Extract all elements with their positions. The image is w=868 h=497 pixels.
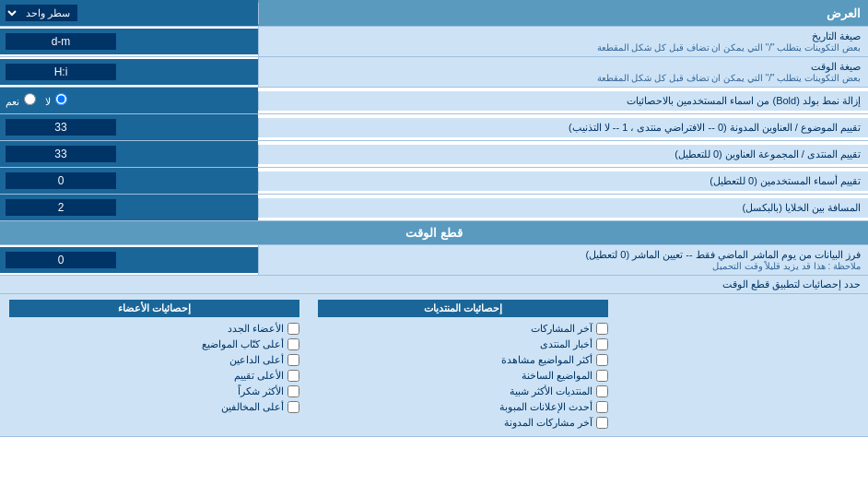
date-format-row: صيغة التاريخ بعض التكوينات يتطلب "/" الت…	[0, 27, 868, 57]
header-select-container: سطر واحد سطران ثلاثة أسطر	[0, 0, 258, 26]
stat-member-2: أعلى كتّاب المواضيع	[9, 337, 299, 352]
bold-remove-row: إزالة نمط بولد (Bold) من اسماء المستخدمي…	[0, 88, 868, 114]
stat-member-5-checkbox[interactable]	[287, 385, 299, 397]
stats-limit-row: حدد إحصائيات لتطبيق قطع الوقت	[0, 276, 868, 294]
stat-member-3-checkbox[interactable]	[287, 354, 299, 366]
time-cut-row: فرز البيانات من يوم الماشر الماضي فقط --…	[0, 245, 868, 276]
stat-forum-4-checkbox[interactable]	[596, 370, 608, 382]
stat-member-1: الأعضاء الجدد	[9, 321, 299, 337]
topic-title-input[interactable]	[6, 119, 116, 136]
members-stats-header: إحصائيات الأعضاء	[9, 300, 299, 317]
time-format-input-container	[0, 59, 258, 85]
username-trim-input[interactable]	[6, 172, 116, 189]
header-row: العرض سطر واحد سطران ثلاثة أسطر	[0, 0, 868, 27]
stat-forum-3-checkbox[interactable]	[596, 354, 608, 366]
bold-radio-group: لا نعم	[6, 93, 69, 108]
stat-forum-5: المنتديات الأكثر شبية	[318, 384, 608, 399]
username-trim-label: تقييم أسماء المستخدمين (0 للتعطيل)	[258, 172, 868, 191]
stat-forum-5-checkbox[interactable]	[596, 385, 608, 397]
stats-col-members: إحصائيات الأعضاء الأعضاء الجدد أعلى كتّا…	[0, 300, 309, 431]
date-format-input-container	[0, 29, 258, 54]
stat-member-6: أعلى المخالفين	[9, 399, 299, 415]
display-select[interactable]: سطر واحد سطران ثلاثة أسطر	[6, 5, 77, 21]
stat-forum-2-checkbox[interactable]	[596, 338, 608, 350]
stat-member-6-checkbox[interactable]	[287, 401, 299, 413]
col-spacing-label: المسافة بين الخلايا (بالبكسل)	[258, 198, 868, 218]
bold-remove-label: إزالة نمط بولد (Bold) من اسماء المستخدمي…	[258, 91, 868, 111]
header-label: العرض	[258, 3, 868, 24]
topic-title-row: تقييم الموضوع / العناوين المدونة (0 -- ا…	[0, 114, 868, 141]
forum-usergroup-row: تقييم المنتدى / المجموعة العناوين (0 للت…	[0, 141, 868, 168]
stat-forum-6-checkbox[interactable]	[596, 401, 608, 413]
col-spacing-input-container	[0, 195, 258, 220]
time-cut-input-container	[0, 247, 258, 273]
stat-forum-2: أخبار المنتدى	[318, 337, 608, 352]
stats-col-forum: إحصائيات المنتديات آخر المشاركات أخبار ا…	[309, 300, 617, 431]
stat-forum-1: آخر المشاركات	[318, 321, 608, 337]
stat-forum-3: أكثر المواضيع مشاهدة	[318, 352, 608, 368]
time-format-input[interactable]	[6, 64, 116, 80]
radio-no[interactable]	[55, 93, 67, 105]
username-trim-input-container	[0, 168, 258, 194]
stat-member-3: أعلى الداعين	[9, 352, 299, 368]
stat-forum-4: المواضيع الساخنة	[318, 368, 608, 384]
username-trim-row: تقييم أسماء المستخدمين (0 للتعطيل)	[0, 168, 868, 195]
stat-member-4: الأعلى تقييم	[9, 368, 299, 384]
forum-usergroup-input[interactable]	[6, 146, 116, 162]
stat-member-5: الأكثر شكراً	[9, 384, 299, 399]
forum-usergroup-label: تقييم المنتدى / المجموعة العناوين (0 للت…	[258, 145, 868, 164]
radio-yes[interactable]	[24, 93, 36, 105]
stat-forum-7: آخر مشاركات المدونة	[318, 415, 608, 431]
stats-col-empty	[617, 300, 868, 431]
topic-title-label: تقييم الموضوع / العناوين المدونة (0 -- ا…	[258, 118, 868, 137]
stats-grid: إحصائيات المنتديات آخر المشاركات أخبار ا…	[0, 294, 868, 437]
stat-forum-7-checkbox[interactable]	[596, 417, 608, 429]
time-cut-label: فرز البيانات من يوم الماشر الماضي فقط --…	[258, 245, 868, 275]
stat-member-1-checkbox[interactable]	[287, 323, 299, 335]
stat-forum-1-checkbox[interactable]	[596, 323, 608, 335]
col-spacing-row: المسافة بين الخلايا (بالبكسل)	[0, 195, 868, 221]
stat-forum-6: أحدث الإعلانات المبوبة	[318, 399, 608, 415]
radio-no-label: لا	[45, 93, 69, 108]
time-cut-header: قطع الوقت	[0, 221, 868, 245]
stat-member-4-checkbox[interactable]	[287, 370, 299, 382]
time-format-row: صيغة الوقت بعض التكوينات يتطلب "/" التي …	[0, 57, 868, 88]
bold-remove-input-container: لا نعم	[0, 88, 258, 113]
date-format-label: صيغة التاريخ بعض التكوينات يتطلب "/" الت…	[258, 27, 868, 56]
topic-title-input-container	[0, 114, 258, 140]
radio-yes-label: نعم	[6, 93, 38, 108]
date-format-input[interactable]	[6, 33, 116, 50]
stat-member-2-checkbox[interactable]	[287, 338, 299, 350]
forum-stats-header: إحصائيات المنتديات	[318, 300, 608, 317]
time-cut-input[interactable]	[6, 252, 116, 268]
time-format-label: صيغة الوقت بعض التكوينات يتطلب "/" التي …	[258, 57, 868, 87]
col-spacing-input[interactable]	[6, 199, 116, 216]
forum-usergroup-input-container	[0, 141, 258, 167]
